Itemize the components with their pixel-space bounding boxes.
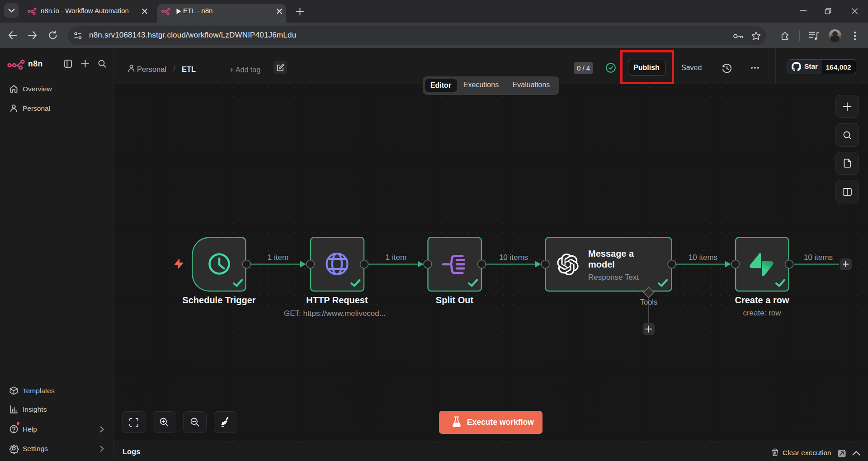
svg-text:Create a row: Create a row: [735, 295, 789, 305]
svg-text:Tools: Tools: [640, 298, 658, 306]
svg-text:create: row: create: row: [743, 309, 781, 317]
svg-text:1 item: 1 item: [386, 253, 406, 262]
svg-text:1 item: 1 item: [268, 253, 288, 262]
svg-text:model: model: [588, 259, 615, 269]
svg-text:10 items: 10 items: [804, 253, 833, 262]
svg-text:HTTP Request: HTTP Request: [306, 295, 368, 305]
svg-text:10 items: 10 items: [689, 253, 717, 262]
svg-text:GET: https://www.melivecod...: GET: https://www.melivecod...: [284, 309, 386, 318]
svg-text:10 items: 10 items: [499, 253, 528, 262]
svg-text:Response Text: Response Text: [588, 273, 639, 282]
svg-text:Schedule Trigger: Schedule Trigger: [182, 295, 255, 305]
svg-text:Message a: Message a: [588, 249, 634, 259]
svg-text:Split Out: Split Out: [436, 295, 474, 305]
